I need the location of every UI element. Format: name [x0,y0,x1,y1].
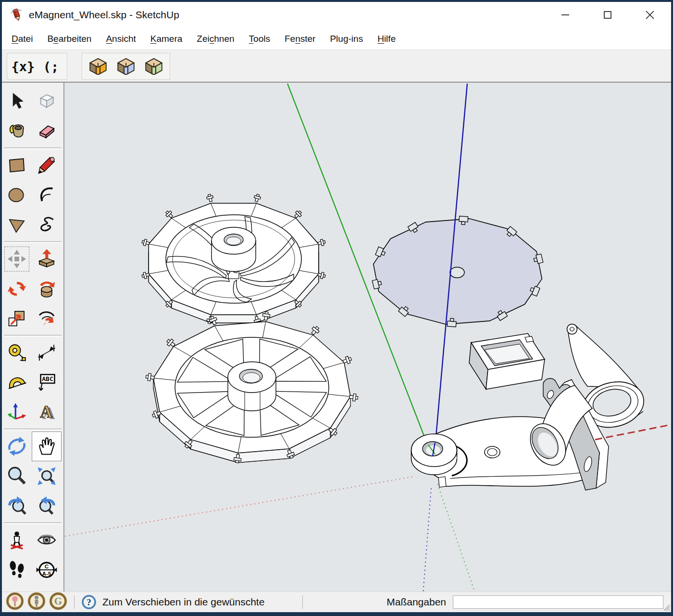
protractor-tool-button[interactable] [2,368,32,397]
open-box [469,333,545,389]
figure-badge[interactable] [27,592,46,612]
svg-text:A: A [40,402,52,421]
axes-icon [6,402,27,423]
resize-grip[interactable] [662,604,670,611]
corner-cube-blue-button[interactable] [112,55,140,78]
follow-me-tool-button[interactable] [32,274,62,304]
zoom-previous-tool-button[interactable] [2,491,32,521]
scale-icon [6,308,27,329]
menu-kamera[interactable]: Kamera [150,34,183,44]
eraser-tool-button[interactable] [32,116,62,146]
rotate-icon [6,278,27,299]
make-component-tool-button[interactable] [32,86,62,116]
menu-bearbeiten[interactable]: Bearbeiten [47,34,91,44]
menu-plugins[interactable]: Plug-ins [330,34,363,44]
arc-tool-button[interactable] [32,180,62,210]
rotate-tool-button[interactable] [2,274,32,304]
maximize-button[interactable] [586,2,629,28]
ruby-code-button-glyph: (; [43,59,59,74]
letter-g-badge-icon: G [49,592,67,610]
statusbar-divider [74,595,75,609]
paint-bucket-tool-button[interactable] [2,116,32,146]
figure-badge-icon [27,592,46,610]
svg-text:?: ? [87,597,91,607]
look-around-icon [36,530,57,551]
ruby-code-button[interactable]: (; [37,55,65,78]
corner-cube-toolbar-group [82,53,170,80]
look-around-tool-button[interactable] [32,525,62,555]
tool-group-separator [2,521,63,525]
sketchup-logo-icon [10,8,24,22]
walk-icon [6,559,27,580]
measurements-label: Maßangaben [386,596,446,608]
paint-bucket-icon [6,121,27,142]
menu-hilfe[interactable]: Hilfe [377,34,396,44]
model-scene [64,83,673,594]
3d-text-tool-button[interactable]: AA [32,397,62,427]
freehand-icon [36,214,57,235]
corner-cube-green-button[interactable] [140,55,168,78]
zoom-next-tool-button[interactable] [32,491,62,521]
circle-tool-button[interactable] [2,180,32,210]
axes-tool-button[interactable] [2,397,32,427]
select-tool-button[interactable] [2,86,32,116]
walk-tool-button[interactable] [2,555,32,585]
move-tool-button[interactable] [2,244,32,274]
rectangle-tool-button[interactable] [2,150,32,180]
window-title: eMagnent_Wheel.skp - SketchUp [29,9,179,21]
polygon-icon [6,214,27,235]
eraser-icon [36,121,57,142]
line-icon [36,155,57,176]
person-pin-badge[interactable] [6,592,24,612]
menu-fenster[interactable]: Fenster [285,34,315,44]
menu-datei[interactable]: Datei [12,34,33,44]
position-camera-tool-button[interactable] [2,525,32,555]
scale-tool-button[interactable] [2,304,32,333]
menu-ansicht[interactable]: Ansicht [106,34,136,44]
dimension-tool-button[interactable] [32,338,62,368]
status-message: Zum Verschieben in die gewünschte [102,596,296,608]
corner-cube-green-icon [144,57,164,76]
statusbar-divider-2 [302,595,303,609]
minimize-icon [560,10,571,20]
polygon-tool-button[interactable] [2,210,32,240]
line-tool-button[interactable] [32,150,62,180]
letter-g-badge[interactable]: G [49,592,67,612]
tool-group-separator [2,240,63,244]
section-plane-tool-button[interactable]: CA-5 [32,555,62,585]
pan-tool-button[interactable] [32,431,62,461]
orbit-tool-button[interactable] [2,431,32,461]
text-tool-button[interactable]: ABC [32,368,62,397]
orbit-icon [6,436,27,457]
person-pin-badge-icon [6,592,24,610]
svg-text:A-5: A-5 [42,570,51,577]
ruby-console-button-glyph: {x} [12,59,35,74]
close-button[interactable] [629,2,671,28]
maximize-icon [602,10,613,20]
tape-measure-icon [6,342,27,363]
help-icon[interactable]: ? [81,594,97,610]
3d-text-icon: AA [36,402,57,423]
measurements-input[interactable] [453,595,663,609]
zoom-window-tool-button[interactable] [32,461,62,491]
tool-group-separator [2,333,63,338]
make-component-icon [36,91,57,112]
tape-measure-tool-button[interactable] [2,338,32,368]
minimize-button[interactable] [544,2,586,28]
sketchup-window: eMagnent_Wheel.skp - SketchUp DateiBearb… [0,0,673,616]
corner-cube-orange-button[interactable] [84,55,112,78]
zoom-tool-button[interactable] [2,461,32,491]
text-icon: ABC [36,372,57,393]
menu-zeichnen[interactable]: Zeichnen [197,34,234,44]
svg-text:ABC: ABC [42,375,53,382]
push-pull-tool-button[interactable] [32,244,62,274]
model-viewport[interactable] [64,83,671,592]
menu-tools[interactable]: Tools [249,34,270,44]
freehand-tool-button[interactable] [32,210,62,240]
offset-tool-button[interactable] [32,304,62,333]
follow-me-icon [36,278,57,299]
ruby-console-button[interactable]: {x} [9,55,37,78]
geo-badge-group: G [2,592,67,612]
select-icon [6,91,27,112]
zoom-icon [6,466,27,487]
